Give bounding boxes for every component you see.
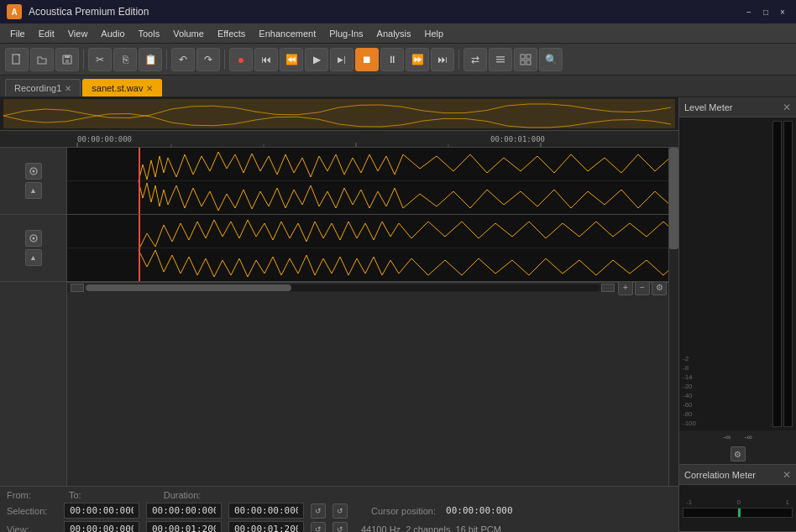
tracks: ▲ ▲ -5-∞-5: [0, 148, 678, 486]
svg-text:00:00:01:000: 00:00:01:000: [490, 135, 545, 143]
minimize-button[interactable]: −: [742, 5, 756, 18]
cut-button[interactable]: ✂: [88, 48, 112, 71]
track-lane-2[interactable]: -5-∞-5: [67, 215, 668, 282]
menu-file[interactable]: File: [3, 27, 32, 40]
toolbar-sep-3: [224, 50, 225, 70]
menu-enhancement[interactable]: Enhancement: [252, 27, 322, 40]
loop-button[interactable]: ⇄: [463, 48, 487, 71]
play-button[interactable]: ▶: [305, 48, 328, 71]
svg-rect-8: [526, 55, 531, 59]
from-label: From:: [7, 490, 57, 500]
paste-button[interactable]: 📋: [139, 48, 162, 71]
view-to-input[interactable]: [146, 521, 222, 532]
copy-button[interactable]: ⎘: [113, 48, 137, 71]
meter-controls: ⚙: [679, 444, 796, 464]
view-from-input[interactable]: [64, 521, 139, 532]
level-meter-close[interactable]: ✕: [783, 102, 791, 113]
menu-audio[interactable]: Audio: [94, 27, 131, 40]
view-reset2-btn[interactable]: ↺: [333, 522, 348, 533]
correlation-body: -1 0 1: [679, 485, 796, 531]
redo-button[interactable]: ↷: [196, 48, 220, 71]
toolbar: ✂ ⎘ 📋 ↶ ↷ ● ⏮ ⏪ ▶ ▶| ⏹ ⏸ ⏩ ⏭ ⇄ 🔍: [0, 44, 796, 76]
vscroll[interactable]: [668, 148, 678, 486]
menu-effects[interactable]: Effects: [211, 27, 252, 40]
overview-waveform[interactable]: [0, 97, 678, 131]
track-ctrl-2: ▲: [0, 215, 66, 282]
level-meter-header: Level Meter ✕: [679, 97, 796, 117]
meter-settings-btn[interactable]: ⚙: [731, 446, 746, 462]
toolbar-sep-4: [458, 50, 459, 70]
corr-scale-left: -1: [686, 498, 692, 506]
scroll-left-btn[interactable]: [71, 284, 84, 292]
titlebar: A Acoustica Premium Edition − □ ×: [0, 0, 796, 23]
track1-up-icon[interactable]: ▲: [25, 182, 42, 199]
open-button[interactable]: [30, 48, 54, 71]
record-button[interactable]: ●: [229, 48, 253, 71]
menu-tools[interactable]: Tools: [132, 27, 167, 40]
selection-from-input[interactable]: [64, 503, 139, 519]
menu-help[interactable]: Help: [418, 27, 451, 40]
rewind-button[interactable]: ⏪: [280, 48, 303, 71]
fast-forward-button[interactable]: ⏩: [406, 48, 429, 71]
queue-button[interactable]: [489, 48, 512, 71]
zoom-settings-button[interactable]: ⚙: [652, 280, 667, 295]
maximize-button[interactable]: □: [759, 5, 772, 18]
new-button[interactable]: [5, 48, 29, 71]
infobar-header-row: From: To: Duration:: [7, 490, 672, 500]
pause-button[interactable]: ⏸: [380, 48, 404, 71]
mix-button[interactable]: [514, 48, 537, 71]
to-label: To:: [69, 490, 81, 500]
track-lane-1[interactable]: -5-∞-5: [67, 148, 668, 215]
cursor-value: 00:00:00:000: [446, 505, 512, 516]
hscrollbar-track[interactable]: [86, 284, 600, 291]
menu-view[interactable]: View: [61, 27, 95, 40]
zoom-out-button[interactable]: −: [635, 280, 650, 295]
vscrollbar-thumb[interactable]: [669, 148, 678, 249]
app-title: Acoustica Premium Edition: [29, 6, 742, 18]
tab-recording1-close[interactable]: ✕: [65, 84, 71, 93]
view-label: View:: [7, 524, 57, 533]
hscrollbar-thumb[interactable]: [86, 284, 291, 291]
selection-to-input[interactable]: [146, 503, 222, 519]
selection-duration-input[interactable]: [228, 503, 304, 519]
close-button[interactable]: ×: [776, 5, 789, 18]
view-reset-btn[interactable]: ↺: [311, 522, 326, 533]
meter-labels-row: -∞ -∞: [679, 430, 796, 444]
undo-button[interactable]: ↶: [171, 48, 195, 71]
tab-sanet-close[interactable]: ✕: [146, 84, 153, 93]
goto-end-button[interactable]: ⏭: [431, 48, 454, 71]
stop-button[interactable]: ⏹: [355, 48, 379, 71]
loop-play-button[interactable]: ▶|: [330, 48, 353, 71]
correlation-meter-close[interactable]: ✕: [783, 469, 791, 481]
correlation-meter-section: Correlation Meter ✕ -1 0 1: [679, 465, 796, 532]
svg-rect-9: [521, 60, 525, 65]
menu-edit[interactable]: Edit: [32, 27, 61, 40]
track2-settings-icon[interactable]: [25, 230, 42, 247]
zoom-mode-button[interactable]: 🔍: [539, 48, 563, 71]
scroll-right-btn[interactable]: [601, 284, 615, 292]
svg-point-25: [32, 237, 34, 240]
duration-label: Duration:: [164, 490, 202, 500]
svg-rect-10: [526, 60, 531, 65]
menu-analysis[interactable]: Analysis: [370, 27, 418, 40]
view-duration-input[interactable]: [228, 521, 304, 532]
right-panel: Level Meter ✕ -2 -8 -14 -20 -40 -60 -80 …: [678, 97, 796, 532]
tab-sanet[interactable]: sanet.st.wav ✕: [82, 79, 162, 96]
corr-bar-area: [683, 508, 793, 518]
zoom-in-button[interactable]: +: [618, 280, 633, 295]
goto-start-button[interactable]: ⏮: [254, 48, 278, 71]
tabs-bar: Recording1 ✕ sanet.st.wav ✕: [0, 76, 796, 97]
selection-reset2-btn[interactable]: ↺: [333, 503, 348, 519]
tab-sanet-label: sanet.st.wav: [92, 83, 143, 93]
svg-rect-6: [496, 61, 505, 63]
svg-rect-0: [13, 55, 19, 64]
menu-plugins[interactable]: Plug-Ins: [322, 27, 369, 40]
menu-volume[interactable]: Volume: [166, 27, 211, 40]
selection-reset-btn[interactable]: ↺: [311, 503, 326, 519]
save-button[interactable]: [55, 48, 79, 71]
tab-recording1[interactable]: Recording1 ✕: [5, 79, 81, 96]
track1-settings-icon[interactable]: [25, 163, 42, 180]
level-meter-bars: [772, 121, 793, 427]
track2-up-icon[interactable]: ▲: [25, 249, 42, 266]
level-meter-right-bar: [783, 121, 793, 427]
